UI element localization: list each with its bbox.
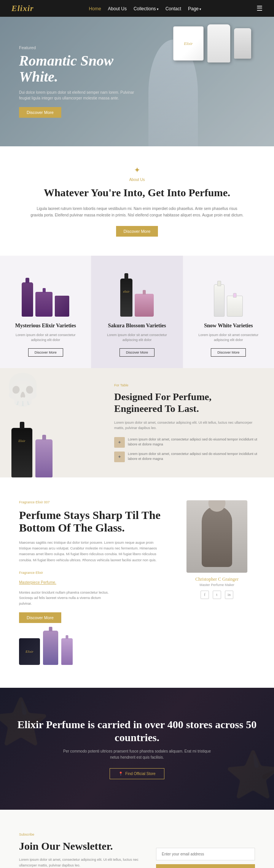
- feature-list-item-1: ✦ Lorem ipsum dolor sit amet, consectetu…: [114, 437, 259, 448]
- feature-section: 💀 Elixir For Table Designed For Perfume,…: [0, 368, 274, 477]
- social-icon-linkedin[interactable]: in: [225, 591, 233, 599]
- person-title: Master Perfume Maker: [199, 583, 234, 587]
- snow-white-bottle-tall: [214, 284, 225, 317]
- varieties-section: Mysterious Elixir Varieties Lorem ipsum …: [0, 256, 274, 368]
- testimonial-section: Fragrance Elixir 007 Perfume Stays Sharp…: [0, 477, 274, 688]
- newsletter-section: Subscribe Join Our Newsletter. Lorem ips…: [0, 810, 274, 868]
- feature-right-content: For Table Designed For Perfume, Engineer…: [107, 368, 274, 477]
- dark-cta-button[interactable]: 📍 Find Official Store: [110, 768, 164, 779]
- sakura-bottle-tall: elixir: [120, 279, 132, 317]
- feature-list-text-2: Lorem ipsum dolor sit amet, consectetur …: [128, 452, 259, 462]
- nav-logo[interactable]: Elixir: [11, 3, 34, 13]
- feature-list-item-2: ✦ Lorem ipsum dolor sit amet, consectetu…: [114, 452, 259, 462]
- mysterious-variety-name: Mysterious Elixir Varieties: [8, 323, 83, 329]
- about-section: ✦ About Us Whatever You're Into, Get Int…: [0, 146, 274, 256]
- masterpiece-badge: Fragrance Elixir: [19, 571, 164, 575]
- testimonial-title: Perfume Stays Sharp Til The Bottom Of Th…: [19, 509, 164, 534]
- snow-white-variety-desc: Lorem ipsum dolor sit amet consectetur a…: [191, 333, 266, 343]
- about-sub-label: About Us: [30, 178, 244, 182]
- testimonial-body: Maecenas sagittis nec tristique dui dolo…: [19, 540, 164, 563]
- hero-section: Featured Romantic Snow White. Dui dolce …: [0, 17, 274, 146]
- dark-cta-deco-right: ⭐: [225, 748, 274, 802]
- newsletter-signup-button[interactable]: ✉ Sign Up: [156, 864, 255, 868]
- feature-bottle-label: Elixir: [14, 439, 30, 443]
- masterpiece-description: Montes auctor tincidunt nullam pharetra …: [19, 590, 114, 606]
- newsletter-right: ✉ Sign Up: [156, 833, 255, 868]
- nav-link-home[interactable]: Home: [89, 6, 101, 11]
- hero-product-box: Elixir: [173, 26, 204, 61]
- snow-white-product-image: [191, 267, 266, 317]
- snow-white-cta-button[interactable]: Discover More: [211, 348, 246, 357]
- testimonial-bottle-purple: [43, 631, 58, 665]
- masterpiece-link[interactable]: Masterpiece Perfume.: [19, 580, 56, 585]
- social-icon-twitter[interactable]: t: [213, 591, 221, 599]
- mysterious-variety-desc: Lorem ipsum dolor sit amet consectetur a…: [8, 333, 83, 343]
- mysterious-bottle-tall: [22, 282, 33, 317]
- variety-card-sakura: elixir Sakura Blossom Varieties Lorem ip…: [91, 256, 183, 368]
- testimonial-left: Fragrance Elixir 007 Perfume Stays Sharp…: [19, 500, 164, 665]
- mysterious-product-image: [8, 267, 83, 317]
- hero-description: Dui dolce lorem ipsum dolor sit eleifend…: [19, 90, 145, 101]
- sakura-variety-desc: Lorem ipsum dolor sit amet consectetur a…: [99, 333, 175, 343]
- testimonial-right: Christopher C Grainger Master Perfume Ma…: [179, 500, 255, 665]
- navigation: Elixir Home About Us Collections▾ Contac…: [0, 0, 274, 17]
- newsletter-email-input[interactable]: [156, 848, 255, 860]
- sakura-bottle-sq: [135, 294, 154, 317]
- person-photo: [186, 500, 247, 573]
- newsletter-left: Subscribe Join Our Newsletter. Lorem ips…: [19, 833, 141, 868]
- newsletter-description: Lorem ipsum dolor sit amet, consectetur …: [19, 857, 141, 868]
- mysterious-box: [55, 296, 69, 317]
- testimonial-bottles: Elixir: [19, 631, 164, 665]
- sakura-bottle-label: elixir: [119, 290, 134, 293]
- feature-bottle-black: Elixir: [11, 428, 32, 477]
- masterpiece-cta-button[interactable]: Discover More: [19, 612, 61, 623]
- feature-list-text-1: Lorem ipsum dolor sit amet, consectetur …: [128, 437, 259, 448]
- mysterious-bottle-sq: [35, 292, 53, 317]
- mysterious-cta-button[interactable]: Discover More: [28, 348, 63, 357]
- feature-sub-label: For Table: [114, 383, 259, 387]
- feature-list: ✦ Lorem ipsum dolor sit amet, consectetu…: [114, 437, 259, 462]
- snow-white-variety-name: Snow White Varieties: [191, 323, 266, 329]
- dark-cta-section: ⭐ ⭐ Elixir Perfume is carried in over 40…: [0, 688, 274, 810]
- location-icon: 📍: [118, 772, 123, 776]
- nav-link-about[interactable]: About Us: [108, 6, 127, 11]
- dark-cta-description: Per commodo potenti ultrices praesent fu…: [61, 748, 213, 761]
- nav-link-page[interactable]: Page▾: [188, 6, 201, 11]
- hero-bottle-2: [234, 28, 251, 59]
- about-description: Ligula laoreet rutrum lorem lobortis neq…: [30, 205, 244, 218]
- testimonial-badge: Fragrance Elixir 007: [19, 500, 164, 504]
- testimonial-bottle-box: Elixir: [19, 638, 40, 665]
- feature-left-area: 💀 Elixir: [0, 368, 107, 477]
- about-icon: ✦: [30, 165, 244, 175]
- feature-bottle-purple: [35, 439, 53, 477]
- feature-description: Lorem ipsum dolor sit amet, consectetur …: [114, 420, 259, 431]
- testimonial-bottle-small: [61, 638, 73, 665]
- about-cta-button[interactable]: Discover More: [116, 226, 158, 237]
- feature-title: Designed For Perfume, Engineered To Last…: [114, 391, 259, 415]
- feature-list-icon-1: ✦: [114, 437, 125, 448]
- hero-bottle-1: [207, 24, 230, 62]
- hero-featured-label: Featured: [19, 45, 145, 50]
- sakura-product-image: elixir: [99, 267, 175, 317]
- variety-card-mysterious: Mysterious Elixir Varieties Lorem ipsum …: [0, 256, 91, 368]
- newsletter-badge: Subscribe: [19, 833, 141, 836]
- person-social-links: f t in: [201, 591, 233, 599]
- dark-cta-title: Elixir Perfume is carried in over 400 st…: [15, 718, 259, 744]
- about-title: Whatever You're Into, Get Into Perfume.: [30, 186, 244, 199]
- feature-list-icon-2: ✦: [114, 452, 125, 462]
- newsletter-title: Join Our Newsletter.: [19, 840, 141, 852]
- social-icon-facebook[interactable]: f: [201, 591, 209, 599]
- sakura-cta-button[interactable]: Discover More: [119, 348, 155, 357]
- person-silhouette: [202, 506, 232, 567]
- variety-card-snow-white: Snow White Varieties Lorem ipsum dolor s…: [183, 256, 274, 368]
- nav-links: Home About Us Collections▾ Contact Page▾: [89, 5, 201, 12]
- hero-product-images: Elixir: [173, 24, 251, 62]
- sakura-variety-name: Sakura Blossom Varieties: [99, 323, 175, 329]
- hero-content: Featured Romantic Snow White. Dui dolce …: [0, 45, 145, 118]
- nav-link-collections[interactable]: Collections▾: [134, 6, 159, 11]
- hero-title: Romantic Snow White.: [19, 53, 145, 85]
- hero-cta-button[interactable]: Discover More: [19, 107, 61, 118]
- snow-white-bottle-sq: [227, 296, 243, 317]
- nav-link-contact[interactable]: Contact: [166, 6, 181, 11]
- hamburger-icon[interactable]: ☰: [256, 4, 263, 13]
